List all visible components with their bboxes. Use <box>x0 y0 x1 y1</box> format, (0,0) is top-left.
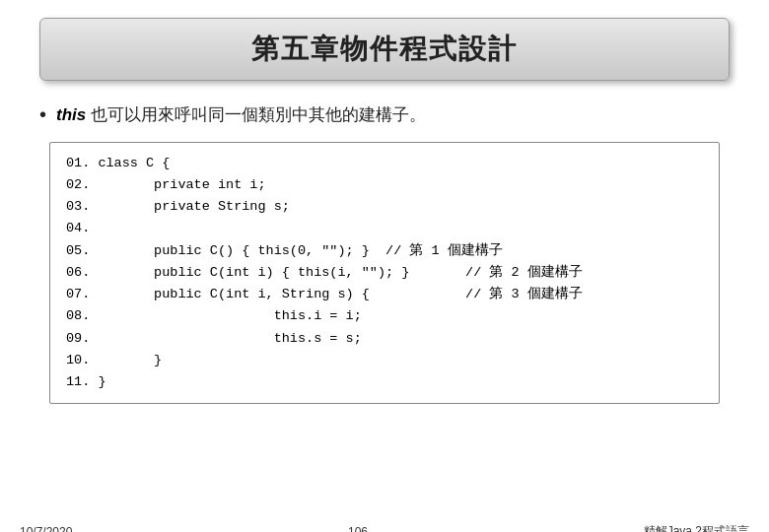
code-line-2: 02. private int i; <box>66 174 703 196</box>
code-line-7: 07. public C(int i, String s) { // 第 3 個… <box>66 284 703 305</box>
code-line-9: 09. this.s = s; <box>66 328 703 350</box>
keyword-this: this <box>56 105 86 124</box>
title-bar: 第五章物件程式設計 <box>39 18 730 81</box>
code-line-1: 01. class C { <box>66 153 703 174</box>
slide: 第五章物件程式設計 • this 也可以用來呼叫同一個類別中其他的建構子。 01… <box>0 18 769 532</box>
code-line-3: 03. private String s; <box>66 196 703 218</box>
code-line-4: 04. <box>66 218 703 239</box>
slide-title: 第五章物件程式設計 <box>251 33 518 64</box>
code-line-8: 08. this.i = i; <box>66 305 703 327</box>
footer-page: 106 <box>348 525 368 533</box>
code-line-6: 06. public C(int i) { this(i, ""); } // … <box>66 262 703 284</box>
code-line-11: 11. } <box>66 371 703 393</box>
code-line-10: 10. } <box>66 350 703 371</box>
code-block: 01. class C { 02. private int i; 03. pri… <box>49 142 720 405</box>
code-line-5: 05. public C() { this(0, ""); } // 第 1 個… <box>66 240 703 262</box>
bullet-text: this 也可以用來呼叫同一個類別中其他的建構子。 <box>56 102 426 128</box>
bullet-dot: • <box>39 103 46 126</box>
bullet-item: • this 也可以用來呼叫同一個類別中其他的建構子。 <box>39 102 730 128</box>
footer-brand: 精解Java 2程式語言 <box>644 523 749 532</box>
main-content: • this 也可以用來呼叫同一個類別中其他的建構子。 01. class C … <box>39 102 730 404</box>
footer-date: 10/7/2020 <box>20 525 72 533</box>
footer: 10/7/2020 106 精解Java 2程式語言 <box>0 523 769 532</box>
bullet-description: 也可以用來呼叫同一個類別中其他的建構子。 <box>86 105 426 124</box>
